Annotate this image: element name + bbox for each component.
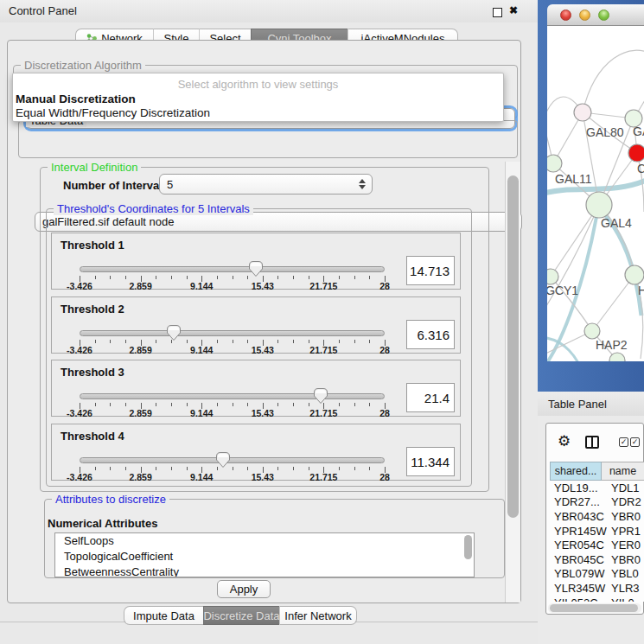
edge[interactable] bbox=[592, 275, 634, 331]
network-window-titlebar[interactable] bbox=[547, 4, 644, 26]
table-header-row: shared... name bbox=[550, 462, 644, 481]
table-row[interactable]: YBL079WYBL0 bbox=[550, 567, 644, 582]
threshold-label: Threshold 1 bbox=[61, 239, 124, 252]
tick-mark bbox=[95, 340, 96, 343]
tick-mark bbox=[277, 276, 278, 279]
slider-thumb[interactable] bbox=[166, 324, 182, 341]
scrollbar-thumb[interactable] bbox=[507, 175, 519, 518]
slider-track[interactable] bbox=[80, 457, 385, 463]
tick-mark bbox=[187, 467, 188, 470]
column-view-icon[interactable] bbox=[585, 436, 599, 449]
apply-button[interactable]: Apply bbox=[217, 580, 271, 598]
tick-label: 15.43 bbox=[252, 345, 274, 355]
cell-name: YBL0 bbox=[607, 567, 644, 580]
table-row[interactable]: YER054CYER0 bbox=[550, 538, 644, 552]
tick-label: 2.859 bbox=[129, 408, 151, 418]
tick-label: 9.144 bbox=[190, 281, 213, 291]
tick-mark bbox=[277, 467, 278, 470]
network-node[interactable] bbox=[586, 192, 612, 218]
slider-thumb[interactable] bbox=[215, 451, 231, 469]
tick-label: -3.426 bbox=[67, 281, 92, 291]
threshold-label: Threshold 2 bbox=[61, 303, 124, 316]
popup-item-manual-discretization[interactable]: Manual Discretization bbox=[16, 92, 136, 105]
algorithm-popup-hint: Select algorithm to view settings bbox=[13, 78, 503, 91]
table-row[interactable]: YBR045CYBR0 bbox=[550, 552, 644, 567]
zoom-traffic-light-icon[interactable] bbox=[598, 10, 609, 21]
tick-mark bbox=[110, 403, 111, 406]
tick-mark bbox=[110, 340, 111, 343]
tick-label: 9.144 bbox=[190, 345, 213, 355]
slider-thumb[interactable] bbox=[313, 387, 328, 405]
edge[interactable] bbox=[583, 50, 644, 112]
tick-mark bbox=[339, 276, 340, 279]
tab-infer-network[interactable]: Infer Network bbox=[279, 606, 357, 625]
list-scrollbar[interactable] bbox=[464, 535, 472, 559]
column-header-shared-name[interactable]: shared... bbox=[550, 462, 602, 481]
cell-name: YER0 bbox=[607, 539, 644, 552]
network-node[interactable] bbox=[628, 144, 644, 162]
table-row[interactable]: YDL19...YDL1 bbox=[550, 481, 644, 495]
tick-mark bbox=[110, 276, 111, 279]
edge[interactable] bbox=[547, 205, 599, 316]
tick-mark bbox=[187, 340, 188, 343]
popup-item-equal-width-frequency[interactable]: Equal Width/Frequency Discretization bbox=[16, 106, 210, 119]
network-node[interactable] bbox=[547, 269, 558, 284]
network-node[interactable] bbox=[574, 104, 591, 121]
network-node[interactable] bbox=[625, 265, 644, 284]
float-window-icon[interactable] bbox=[493, 8, 502, 17]
tick-label: 28 bbox=[379, 472, 390, 482]
tick-mark bbox=[95, 467, 96, 470]
tick-mark bbox=[125, 340, 126, 343]
network-canvas[interactable]: GAL80GACGAL11GAL4GCY1HHAP2 bbox=[547, 26, 644, 361]
tick-label: 21.715 bbox=[309, 281, 337, 291]
cell-shared-name: YER054C bbox=[550, 539, 607, 552]
column-header-name[interactable]: name bbox=[602, 462, 644, 481]
list-item[interactable]: TopologicalCoefficient bbox=[55, 549, 474, 564]
cell-name: YBR0 bbox=[607, 553, 644, 566]
slider-thumb[interactable] bbox=[248, 260, 264, 277]
table-row[interactable]: YLR345WYLR3 bbox=[550, 581, 644, 596]
numerical-attributes-list[interactable]: SelfLoopsTopologicalCoefficientBetweenne… bbox=[54, 532, 475, 577]
cell-name: YDR2 bbox=[607, 495, 644, 508]
number-of-intervals-combo[interactable]: 5 bbox=[159, 174, 373, 194]
close-traffic-light-icon[interactable] bbox=[560, 10, 571, 21]
slider-track[interactable] bbox=[80, 266, 385, 272]
slider-track[interactable] bbox=[80, 330, 385, 336]
table-row[interactable]: YPR145WYPR1 bbox=[550, 524, 644, 539]
thresholds-group-title: Threshold's Coordinates for 5 Intervals bbox=[54, 202, 253, 215]
tick-mark bbox=[156, 467, 156, 470]
table-row[interactable]: YIL052CYIL0 bbox=[550, 596, 644, 602]
tick-mark bbox=[293, 403, 294, 406]
minimize-traffic-light-icon[interactable] bbox=[579, 10, 590, 21]
network-node[interactable] bbox=[547, 155, 562, 172]
tick-label: -3.426 bbox=[67, 345, 92, 355]
tab-impute-data[interactable]: Impute Data bbox=[124, 606, 203, 625]
tick-label: 9.144 bbox=[190, 408, 213, 418]
tick-mark bbox=[156, 340, 156, 343]
scrollbar-thumb[interactable] bbox=[550, 604, 638, 612]
cell-shared-name: YDR27... bbox=[550, 495, 607, 508]
threshold-panel: Threshold 1-3.4262.8599.14415.4321.71528… bbox=[51, 233, 461, 290]
list-item[interactable]: BetweennessCentrality bbox=[55, 564, 474, 577]
checkbox-icon[interactable]: ✓ bbox=[630, 437, 640, 447]
cell-name: YPR1 bbox=[607, 525, 644, 538]
slider-track[interactable] bbox=[80, 393, 385, 399]
table-horizontal-scrollbar[interactable] bbox=[548, 603, 641, 613]
list-item[interactable]: SelfLoops bbox=[55, 533, 474, 549]
threshold-value: 21.4 bbox=[406, 383, 455, 412]
tick-mark bbox=[277, 403, 278, 406]
table-row[interactable]: YBR043CYBR0 bbox=[550, 509, 644, 524]
tick-mark bbox=[171, 403, 172, 406]
table-panel-titlebar: Table Panel bbox=[538, 392, 644, 416]
tick-label: 28 bbox=[379, 408, 390, 418]
gear-icon[interactable]: ⚙ bbox=[558, 434, 571, 449]
network-node[interactable] bbox=[584, 323, 600, 339]
tick-mark bbox=[125, 467, 126, 470]
control-panel-title: Control Panel bbox=[9, 4, 77, 17]
table-row[interactable]: YDR27...YDR2 bbox=[550, 495, 644, 510]
close-icon[interactable]: ✖ bbox=[509, 4, 518, 16]
cell-shared-name: YPR145W bbox=[550, 525, 607, 538]
tab-discretize-data[interactable]: Discretize Data bbox=[203, 606, 279, 625]
panel-vertical-scrollbar[interactable] bbox=[505, 162, 520, 603]
checkbox-icon[interactable]: ✓ bbox=[619, 437, 628, 447]
